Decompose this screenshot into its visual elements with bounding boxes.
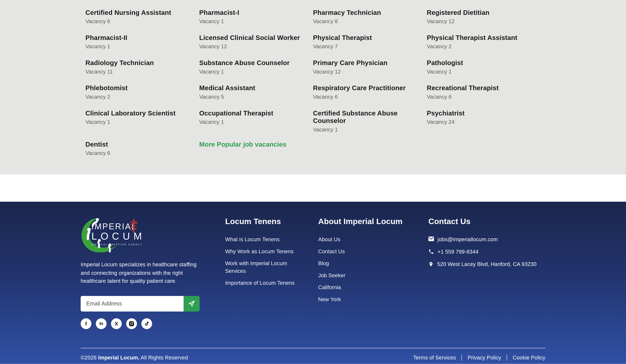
page: Certified Nursing Assistant Vacancy 6 Ph… [0,0,626,364]
linkedin-icon[interactable]: in [96,318,107,329]
job-vacancy-count: Vacancy 6 [427,94,541,100]
job-item-radiology-technician[interactable]: Radiology Technician Vacancy 11 [85,59,199,76]
job-title[interactable]: Physical Therapist [313,34,427,41]
link-job-seeker[interactable]: Job Seeker [318,272,429,279]
job-vacancy-count: Vacancy 2 [427,43,541,50]
job-item-recreational-therapist[interactable]: Recreational Therapist Vacancy 6 [427,84,541,101]
job-title[interactable]: Recreational Therapist [427,84,541,92]
logo-tagline: MEDICAL STAFFING AGENCY [92,243,143,246]
job-title[interactable]: Physical Therapist Assistant [427,34,541,41]
job-vacancy-count: Vacancy 12 [427,18,541,24]
link-new-york[interactable]: New York [318,295,429,303]
job-vacancy-count: Vacancy 1 [85,43,199,50]
contact-heading: Contact Us [429,217,546,226]
contact-address-link[interactable]: 520 West Lacey Blvd, Hanford, CA 93230 [429,260,546,268]
link-blog[interactable]: Blog [318,260,429,267]
job-title[interactable]: Medical Assistant [199,84,313,92]
job-title[interactable]: Primary Care Physician [313,59,427,67]
job-item-pharmacist-ii[interactable]: Pharmacist-II Vacancy 1 [85,34,199,51]
job-item-dentist[interactable]: Dentist Vacancy 6 [85,141,199,158]
job-item-physical-therapist-assistant[interactable]: Physical Therapist Assistant Vacancy 2 [427,34,541,51]
job-title[interactable]: Certified Nursing Assistant [85,9,199,16]
job-item-licensed-clinical-social-worker[interactable]: Licensed Clinical Social Worker Vacancy … [199,34,313,51]
job-title[interactable]: Pharmacist-I [199,9,313,16]
job-title[interactable]: Dentist [85,141,199,148]
job-title[interactable]: Licensed Clinical Social Worker [199,34,313,41]
job-item-clinical-laboratory-scientist[interactable]: Clinical Laboratory Scientist Vacancy 1 [85,109,199,133]
contact-email-link[interactable]: jobs@imperiallocum.com [429,236,546,243]
phone-icon [429,249,434,254]
job-title[interactable]: Phlebotomist [85,84,199,92]
job-title[interactable]: Registered Dietitian [427,9,541,16]
job-vacancy-count: Vacancy 12 [313,69,427,75]
link-why-work-as-locum-tenens[interactable]: Why Work as Locum Tenens [225,247,295,255]
job-title[interactable]: Pharmacy Technician [313,9,427,16]
job-title[interactable]: Occupational Therapist [199,109,313,117]
job-vacancy-count: Vacancy 2 [85,94,199,100]
link-importance-of-locum-tenens[interactable]: Importance of Locum Tenens [225,279,295,287]
job-title[interactable]: Pathologist [427,59,541,67]
privacy-policy-link[interactable]: Privacy Policy [468,355,501,361]
brand-description: Imperial Locum specializes in healthcare… [81,261,205,285]
x-twitter-icon[interactable]: X [111,318,122,329]
job-title[interactable]: Radiology Technician [85,59,199,67]
contact-phone-link[interactable]: +1 559 799-8344 [429,248,546,256]
link-work-with-imperial-locum-services[interactable]: Work with Imperial Locum Services [225,260,295,275]
job-title[interactable]: Psychiatrist [427,109,541,117]
link-contact-us[interactable]: Contact Us [318,247,429,255]
tiktok-icon[interactable] [141,318,152,329]
job-item-certified-nursing-assistant[interactable]: Certified Nursing Assistant Vacancy 6 [85,9,199,26]
job-item-registered-dietitian[interactable]: Registered Dietitian Vacancy 12 [427,9,541,26]
job-item-pathologist[interactable]: Pathologist Vacancy 1 [427,59,541,76]
footer-locum-tenens-column: Locum Tenens What is Locum Tenens Why Wo… [225,217,318,329]
link-about-us[interactable]: About Us [318,236,429,243]
more-popular-jobs-link[interactable]: More Popular job vacancies [199,141,286,148]
job-vacancy-count: Vacancy 24 [427,119,541,125]
divider [507,355,507,361]
newsletter-submit-button[interactable] [184,296,200,311]
newsletter-form [81,296,200,311]
site-footer: IMPERIAL LOCUM MEDICAL STAFFING AGENCY [0,202,626,364]
job-item-pharmacy-technician[interactable]: Pharmacy Technician Vacancy 8 [313,9,427,26]
job-item-psychiatrist[interactable]: Psychiatrist Vacancy 24 [427,109,541,133]
link-what-is-locum-tenens[interactable]: What is Locum Tenens [225,236,295,243]
jobs-grid: Certified Nursing Assistant Vacancy 6 Ph… [85,9,541,158]
job-item-respiratory-care-practitioner[interactable]: Respiratory Care Practitioner Vacancy 6 [313,84,427,101]
job-title[interactable]: Certified Substance Abuse Counselor [313,109,427,124]
cookie-policy-link[interactable]: Cookie Policy [513,355,545,361]
job-vacancy-count: Vacancy 6 [85,150,199,156]
job-item-physical-therapist[interactable]: Physical Therapist Vacancy 7 [313,34,427,51]
job-vacancy-count: Vacancy 1 [199,18,313,24]
job-item-substance-abuse-counselor[interactable]: Substance Abuse Counselor Vacancy 1 [199,59,313,76]
job-item-certified-substance-abuse-counselor[interactable]: Certified Substance Abuse Counselor Vaca… [313,109,427,133]
job-vacancy-count: Vacancy 1 [427,69,541,75]
facebook-icon[interactable]: f [81,318,91,329]
job-item-phlebotomist[interactable]: Phlebotomist Vacancy 2 [85,84,199,101]
footer-brand-column: IMPERIAL LOCUM MEDICAL STAFFING AGENCY [81,217,204,329]
job-item-pharmacist-i[interactable]: Pharmacist-I Vacancy 1 [199,9,313,26]
job-vacancy-count: Vacancy 1 [313,126,427,133]
job-vacancy-count: Vacancy 8 [313,18,427,24]
footer-divider [81,348,546,348]
job-title[interactable]: Respiratory Care Practitioner [313,84,427,92]
job-vacancy-count: Vacancy 1 [199,69,313,75]
envelope-icon [429,237,434,241]
imperial-locum-logo[interactable]: IMPERIAL LOCUM MEDICAL STAFFING AGENCY [78,217,204,254]
job-title[interactable]: Clinical Laboratory Scientist [85,109,199,117]
job-title[interactable]: Substance Abuse Counselor [199,59,313,67]
job-vacancy-count: Vacancy 1 [85,119,199,125]
logo-wordmark-locum: LOCUM [91,231,144,242]
job-item-occupational-therapist[interactable]: Occupational Therapist Vacancy 1 [199,109,313,133]
divider [462,355,462,361]
link-california[interactable]: California [318,283,429,291]
locum-tenens-heading: Locum Tenens [225,217,318,226]
job-vacancy-count: Vacancy 5 [199,94,313,100]
job-item-medical-assistant[interactable]: Medical Assistant Vacancy 5 [199,84,313,101]
job-vacancy-count: Vacancy 12 [199,43,313,50]
job-item-primary-care-physician[interactable]: Primary Care Physician Vacancy 12 [313,59,427,76]
job-title[interactable]: Pharmacist-II [85,34,199,41]
email-address-input[interactable] [81,296,184,311]
popular-jobs-section: Certified Nursing Assistant Vacancy 6 Ph… [0,0,626,174]
terms-of-services-link[interactable]: Terms of Services [413,355,456,361]
instagram-icon[interactable] [126,318,137,329]
